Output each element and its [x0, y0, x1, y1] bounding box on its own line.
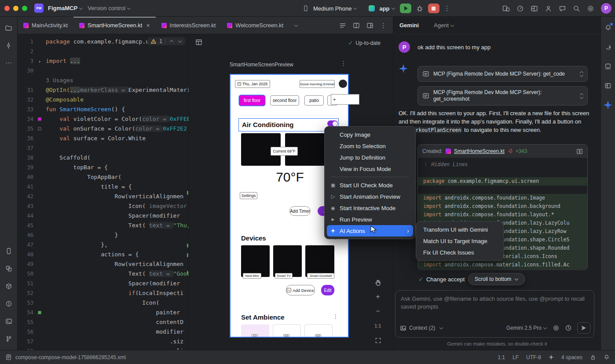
code-view-icon[interactable] — [339, 22, 346, 29]
zoom-widget[interactable]: 1:1 — [498, 354, 505, 360]
tab-welcomescreen[interactable]: WelcomeScreen.kt — [221, 17, 289, 34]
line-number[interactable]: 38 — [18, 153, 33, 163]
search-icon[interactable] — [573, 5, 580, 12]
line-number[interactable]: 34 — [18, 114, 33, 124]
line-number[interactable]: 56 — [18, 327, 33, 337]
line-number[interactable]: 35 — [18, 124, 33, 134]
greeting-chip[interactable]: Good morning Emma! — [300, 80, 335, 88]
chat-input[interactable] — [395, 291, 594, 320]
version-control-tool-icon[interactable] — [2, 332, 15, 346]
menu-item[interactable]: Zoom to Selection — [327, 140, 413, 152]
statusbar-file[interactable]: compose-compose-model-1758866285245.xml — [5, 354, 126, 360]
created-file-link[interactable]: SmartHomeScreen.kt — [454, 148, 505, 154]
line-number[interactable]: 44 — [18, 211, 33, 221]
preview-title[interactable]: SmartHomeScreenPreview — [230, 62, 293, 68]
line-number[interactable]: 52 — [18, 288, 33, 298]
gemini-tool-icon[interactable] — [601, 98, 615, 112]
color-swatch-icon[interactable] — [38, 117, 41, 121]
line-number[interactable]: 36 — [18, 134, 33, 143]
build-tool-icon[interactable] — [2, 280, 15, 293]
minimize-window-button[interactable] — [13, 6, 18, 11]
project-tool-icon[interactable] — [2, 21, 15, 34]
add-timer-button[interactable]: Add Timer — [289, 206, 311, 216]
expand-icon[interactable] — [580, 94, 583, 98]
tab-interestsscreen[interactable]: InterestsScreen.kt — [156, 17, 222, 34]
problems-tool-icon[interactable] — [2, 297, 15, 310]
floor-tab-first[interactable]: first floor — [239, 95, 265, 106]
profile-avatar[interactable] — [339, 80, 347, 88]
line-number[interactable]: 58 — [18, 346, 33, 350]
close-window-button[interactable] — [4, 6, 10, 11]
submenu-item[interactable]: Fix UI Check Issues — [418, 247, 501, 258]
running-devices-icon[interactable] — [601, 79, 615, 92]
grid-layout-icon[interactable] — [195, 39, 202, 46]
fold-icon[interactable]: › — [38, 58, 41, 64]
tab-agent[interactable]: Agent — [434, 22, 454, 29]
menu-item[interactable] — [331, 177, 409, 177]
floor-tab-second[interactable]: second floor — [270, 95, 299, 106]
more-tools-icon[interactable]: ⋯ — [2, 56, 15, 69]
floor-tab-patio[interactable]: patio — [304, 95, 324, 106]
line-number[interactable]: 45 — [18, 221, 33, 230]
current-temp-chip[interactable]: Current 69°F — [271, 147, 298, 156]
indent-widget[interactable]: 4 spaces — [561, 354, 582, 360]
line-ending-widget[interactable]: LF — [512, 354, 519, 360]
zoom-actual-size-button[interactable]: 1:1 — [372, 320, 384, 331]
prev-issue-icon[interactable] — [170, 40, 173, 44]
color-swatch-icon[interactable] — [38, 311, 41, 314]
debug-icon[interactable] — [416, 4, 424, 12]
line-number[interactable]: 42 — [18, 192, 33, 201]
stop-button[interactable] — [428, 4, 439, 13]
add-device-button[interactable]: +Add Device — [286, 285, 315, 295]
menu-item[interactable]: View in Focus Mode — [327, 163, 413, 175]
scroll-to-bottom-button[interactable]: Scroll to bottom — [468, 273, 525, 285]
menu-item[interactable]: Start Animation Preview — [327, 191, 413, 202]
line-number[interactable]: 37 — [18, 143, 33, 153]
run-button[interactable] — [400, 4, 411, 13]
settings-chip[interactable]: Settings — [240, 192, 257, 199]
device-card[interactable] — [273, 245, 302, 277]
changes-tool-icon[interactable] — [2, 262, 15, 275]
line-number[interactable] — [18, 76, 33, 85]
pan-hand-icon[interactable] — [372, 277, 384, 288]
line-number[interactable]: 43 — [18, 201, 33, 211]
tab-gemini[interactable]: Gemini — [399, 22, 419, 29]
context-button[interactable]: Context (2) — [400, 325, 443, 331]
line-number[interactable]: 39 — [18, 163, 33, 172]
expand-icon[interactable] — [580, 72, 583, 76]
vcs-widget[interactable]: Version control — [88, 5, 131, 11]
profiler-icon[interactable] — [516, 5, 524, 12]
model-selector[interactable]: Gemini 2.5 Pro — [506, 325, 547, 331]
gradle-tool-icon[interactable] — [601, 40, 615, 54]
design-view-icon[interactable] — [366, 22, 373, 29]
tool-call-card[interactable]: MCP (Figma Remote Dev Mode MCP Server): … — [417, 66, 588, 82]
lock-icon[interactable] — [590, 354, 596, 360]
ac-toggle[interactable] — [327, 120, 338, 127]
inspection-widget[interactable]: 1 — [147, 37, 185, 45]
line-number[interactable]: 54 — [18, 308, 33, 317]
layout-inspector-icon[interactable] — [531, 5, 538, 12]
send-button[interactable] — [577, 322, 590, 334]
tab-mainactivity[interactable]: MainActivity.kt — [18, 17, 73, 34]
submenu-item[interactable]: Match UI to Target Image — [418, 235, 501, 247]
line-number[interactable]: 57 — [18, 337, 33, 346]
profile-avatar[interactable]: P — [601, 3, 611, 14]
prompt-settings-icon[interactable] — [553, 324, 560, 331]
tool-call-card[interactable]: MCP (Figma Remote Dev Mode MCP Server): … — [417, 86, 588, 106]
insights-icon[interactable] — [545, 5, 552, 12]
line-number[interactable]: 55 — [18, 317, 33, 327]
device-explorer-icon[interactable] — [2, 244, 15, 258]
edit-button[interactable]: Edit — [321, 285, 334, 295]
close-tab-icon[interactable]: × — [146, 22, 150, 29]
ai-chat-icon[interactable] — [559, 5, 566, 12]
line-number[interactable]: 47 — [18, 240, 33, 250]
ai-status-icon[interactable] — [549, 355, 554, 360]
menu-item[interactable]: Run Preview — [327, 214, 413, 225]
line-number[interactable]: 3 — [18, 56, 33, 66]
terminal-tool-icon[interactable] — [2, 315, 15, 328]
line-number[interactable]: 53 — [18, 298, 33, 308]
notifications-bell-icon[interactable] — [601, 21, 615, 34]
notifications-icon[interactable] — [604, 354, 610, 360]
line-number[interactable]: 33 — [18, 105, 33, 114]
menu-item[interactable]: Copy Image — [327, 129, 413, 140]
